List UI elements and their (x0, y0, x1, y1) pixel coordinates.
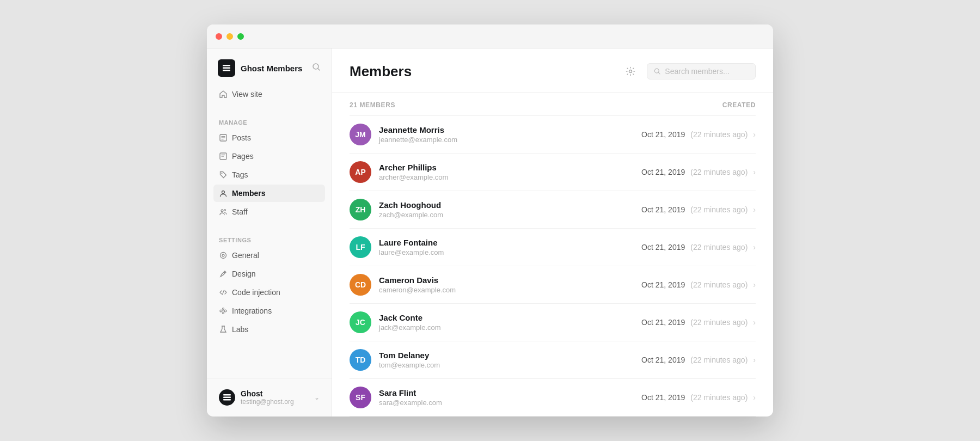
svg-point-15 (224, 210, 226, 211)
member-row[interactable]: JM Jeannette Morris jeannette@example.co… (350, 115, 756, 153)
member-avatar: SF (350, 387, 371, 408)
sidebar-item-general[interactable]: General (213, 247, 325, 264)
member-row[interactable]: TM Tanisha Myers tanisha@example.com Oct… (350, 416, 756, 416)
svg-line-31 (658, 72, 660, 74)
member-name: Cameron Davis (379, 275, 456, 285)
user-info: Ghost testing@ghost.org (241, 389, 309, 406)
member-left: TD Tom Delaney tom@example.com (350, 349, 440, 371)
sidebar-item-members[interactable]: Members (213, 185, 325, 202)
settings-label: SETTINGS (213, 228, 325, 247)
member-email: tom@example.com (379, 361, 440, 369)
svg-point-20 (220, 310, 222, 312)
maximize-button[interactable] (237, 33, 244, 40)
member-row[interactable]: LF Laure Fontaine laure@example.com Oct … (350, 228, 756, 266)
sidebar-manage-section: MANAGE Posts (207, 111, 332, 228)
member-email: archer@example.com (379, 173, 448, 181)
member-row[interactable]: AP Archer Phillips archer@example.com Oc… (350, 153, 756, 191)
member-left: SF Sara Flint sara@example.com (350, 387, 442, 408)
member-right: Oct 21, 2019 (22 minutes ago) › (641, 130, 756, 139)
sidebar-header: Ghost Members (207, 48, 332, 85)
member-date: Oct 21, 2019 (641, 130, 685, 139)
general-icon (219, 251, 228, 260)
members-list: 21 MEMBERS CREATED JM Jeannette Morris j… (332, 93, 773, 416)
svg-point-16 (220, 253, 226, 259)
svg-line-19 (223, 290, 224, 295)
svg-rect-2 (223, 70, 230, 71)
svg-rect-0 (223, 65, 230, 66)
sidebar-top-nav: View site (207, 85, 332, 111)
integrations-icon (219, 307, 228, 315)
member-avatar: CD (350, 274, 371, 296)
svg-line-18 (224, 272, 225, 273)
member-row[interactable]: SF Sara Flint sara@example.com Oct 21, 2… (350, 378, 756, 416)
member-right: Oct 21, 2019 (22 minutes ago) › (641, 243, 756, 252)
svg-point-23 (223, 308, 224, 310)
member-date: Oct 21, 2019 (641, 205, 685, 214)
close-button[interactable] (216, 33, 222, 40)
main-header: Members (332, 48, 773, 93)
member-date-relative: (22 minutes ago) (690, 243, 748, 252)
design-label: Design (232, 270, 256, 278)
members-icon (219, 189, 228, 198)
settings-gear-button[interactable] (621, 62, 640, 81)
svg-rect-28 (223, 399, 231, 401)
member-left: JC Jack Conte jack@example.com (350, 311, 441, 333)
sidebar-item-tags[interactable]: Tags (213, 166, 325, 183)
member-right: Oct 21, 2019 (22 minutes ago) › (641, 205, 756, 214)
minimize-button[interactable] (226, 33, 233, 40)
member-email: zach@example.com (379, 211, 443, 219)
svg-point-21 (224, 310, 226, 312)
posts-icon (219, 133, 228, 142)
search-icon (654, 68, 660, 75)
member-date-relative: (22 minutes ago) (690, 168, 748, 176)
member-chevron-icon: › (753, 356, 756, 364)
member-left: CD Cameron Davis cameron@example.com (350, 274, 456, 296)
member-chevron-icon: › (753, 168, 756, 176)
pages-icon (219, 152, 228, 161)
svg-point-29 (629, 70, 632, 73)
member-row[interactable]: JC Jack Conte jack@example.com Oct 21, 2… (350, 303, 756, 341)
svg-rect-27 (223, 397, 231, 399)
sidebar-item-labs[interactable]: Labs (213, 321, 325, 338)
member-avatar: TD (350, 349, 371, 371)
sidebar-item-code-injection[interactable]: Code injection (213, 284, 325, 301)
member-left: AP Archer Phillips archer@example.com (350, 161, 448, 183)
member-row[interactable]: CD Cameron Davis cameron@example.com Oct… (350, 266, 756, 303)
member-date: Oct 21, 2019 (641, 318, 685, 327)
search-box[interactable] (647, 63, 756, 79)
sidebar-item-posts[interactable]: Posts (213, 129, 325, 146)
app-window: Ghost Members View si (207, 24, 773, 416)
sidebar-item-view-site[interactable]: View site (213, 85, 325, 103)
sidebar-item-pages[interactable]: Pages (213, 148, 325, 165)
member-avatar: ZH (350, 199, 371, 220)
brand-name: Ghost Members (241, 64, 302, 73)
member-date-relative: (22 minutes ago) (690, 205, 748, 214)
member-date-relative: (22 minutes ago) (690, 280, 748, 289)
sidebar-search-icon[interactable] (312, 63, 321, 74)
search-input[interactable] (665, 67, 749, 76)
staff-label: Staff (232, 207, 248, 216)
member-email: cameron@example.com (379, 286, 456, 294)
member-name: Jeannette Morris (379, 125, 457, 134)
sidebar-item-integrations[interactable]: Integrations (213, 302, 325, 320)
code-icon (219, 288, 228, 297)
member-row[interactable]: ZH Zach Hooghoud zach@example.com Oct 21… (350, 191, 756, 228)
user-menu[interactable]: Ghost testing@ghost.org ⌄ (213, 385, 325, 410)
member-row[interactable]: TD Tom Delaney tom@example.com Oct 21, 2… (350, 341, 756, 378)
created-column-header: CREATED (722, 101, 756, 109)
member-chevron-icon: › (753, 205, 756, 214)
member-name: Sara Flint (379, 388, 442, 397)
sidebar: Ghost Members View si (207, 48, 332, 416)
member-name: Tom Delaney (379, 351, 440, 360)
member-date: Oct 21, 2019 (641, 280, 685, 289)
member-email: jeannette@example.com (379, 136, 457, 144)
member-right: Oct 21, 2019 (22 minutes ago) › (641, 280, 756, 289)
integrations-label: Integrations (232, 307, 272, 315)
member-chevron-icon: › (753, 318, 756, 327)
design-icon (219, 270, 228, 278)
tags-icon (219, 170, 228, 179)
sidebar-item-design[interactable]: Design (213, 265, 325, 283)
chevron-down-icon: ⌄ (314, 394, 320, 401)
sidebar-item-staff[interactable]: Staff (213, 203, 325, 220)
member-name: Laure Fontaine (379, 238, 444, 247)
